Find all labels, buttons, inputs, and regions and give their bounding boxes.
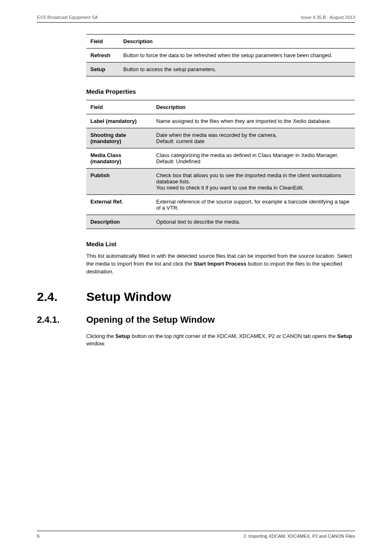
section-2-4-1-body: Clicking the Setup button on the top rig… (86, 333, 355, 348)
cell-field: Publish (90, 172, 110, 178)
cell-desc: Optional text to describe the media. (152, 215, 355, 229)
media-properties-heading: Media Properties (86, 88, 355, 95)
section-title: Opening of the Setup Window (86, 314, 215, 325)
section-number: 2.4. (37, 290, 86, 304)
table-row: Label (mandatory) Name assigned to the f… (86, 114, 355, 128)
table-header: Description (152, 100, 355, 114)
cell-desc: External reference of the source support… (152, 195, 355, 215)
footer-section-title: 2. Importing XDCAM, XDCAMEX, P2 and CANO… (244, 534, 355, 539)
media-properties-table: Field Description Label (mandatory) Name… (86, 100, 355, 229)
cell-field: External Ref. (90, 199, 123, 205)
field-description-table-1: Field Description Refresh Button to forc… (86, 34, 355, 76)
table-header: Field (86, 100, 152, 114)
section-2-4: 2.4. Setup Window (37, 290, 355, 304)
table-row: External Ref. External reference of the … (86, 195, 355, 215)
cell-desc: Button to access the setup parameters. (119, 62, 355, 76)
cell-field: Media Class (mandatory) (90, 152, 121, 164)
header-right: Issue 4.35.B - August 2013 (301, 15, 355, 20)
footer-page-number: 6 (37, 534, 39, 539)
media-list-heading: Media List (86, 240, 355, 247)
section-number: 2.4.1. (37, 314, 86, 325)
table-row: Publish Check box that allows you to see… (86, 169, 355, 195)
table-row: Description Optional text to describe th… (86, 215, 355, 229)
cell-desc: Button to force the data to be refreshed… (119, 49, 355, 62)
section-title: Setup Window (86, 290, 171, 304)
cell-desc: Date when the media was recorded by the … (152, 128, 355, 148)
media-list-body: This list automatically filled in with t… (86, 252, 355, 276)
cell-field: Label (mandatory) (90, 118, 137, 124)
table-row: Setup Button to access the setup paramet… (86, 62, 355, 76)
cell-field: Setup (90, 66, 105, 72)
table-row: Shooting date (mandatory) Date when the … (86, 128, 355, 148)
table-row: Media Class (mandatory) Class categorizi… (86, 148, 355, 169)
table-header: Field (86, 35, 119, 49)
table-header: Description (119, 35, 355, 49)
cell-desc: Class categorizing the media as defined … (152, 148, 355, 169)
cell-field: Refresh (90, 52, 110, 58)
cell-field: Description (90, 219, 120, 225)
page-header: EVS Broadcast Equipment SA Issue 4.35.B … (37, 15, 355, 23)
table-row: Refresh Button to force the data to be r… (86, 49, 355, 62)
cell-field: Shooting date (mandatory) (90, 132, 126, 144)
section-2-4-1: 2.4.1. Opening of the Setup Window (37, 314, 355, 325)
cell-desc: Check box that allows you to see the imp… (152, 169, 355, 195)
header-left: EVS Broadcast Equipment SA (37, 15, 98, 20)
page-footer: 6 2. Importing XDCAM, XDCAMEX, P2 and CA… (37, 531, 355, 539)
cell-desc: Name assigned to the files when they are… (152, 114, 355, 128)
